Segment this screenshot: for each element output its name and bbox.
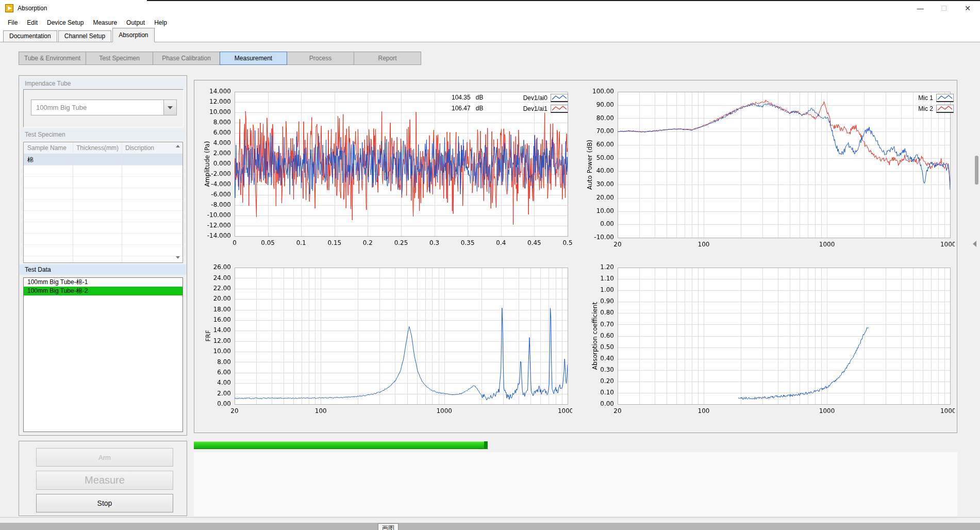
close-button[interactable]: ✕ — [956, 0, 979, 16]
readout-value: 104.35 — [452, 94, 471, 101]
subtab-measurement[interactable]: Measurement — [220, 52, 287, 65]
title-bar: Absorption — ☐ ✕ — [0, 0, 980, 17]
menu-item-file[interactable]: File — [3, 18, 22, 27]
legend-entry-dev1-ai0[interactable]: Dev1/ai0 — [516, 92, 568, 103]
tab-channel-setup[interactable]: Channel Setup — [58, 30, 111, 42]
test-data-section: Test Data — [20, 264, 186, 275]
measure-button[interactable]: Measure — [36, 471, 173, 490]
readout-unit: dB — [476, 105, 484, 112]
sub-tab-bar: Tube & EnvironmentTest SpecimenPhase Cal… — [19, 52, 421, 65]
stop-button[interactable]: Stop — [36, 494, 173, 512]
test-data-list[interactable]: 100mm Big Tube-棉-1100mm Big Tube-棉-2 — [23, 277, 183, 432]
impedance-tube-label: Impendace Tube — [20, 78, 186, 87]
test-specimen-table-header: Sample NameThickness(mm)Discription — [24, 142, 182, 154]
scroll-up-icon[interactable] — [176, 145, 180, 147]
level-readouts: 104.35dB106.47dB — [452, 94, 483, 115]
chevron-left-icon[interactable] — [973, 241, 976, 247]
readout-value: 106.47 — [452, 105, 471, 112]
bottom-partial-tab[interactable]: 画图 — [378, 523, 398, 530]
waveform-icon — [551, 94, 568, 102]
legend-entry-dev1-ai1[interactable]: Dev1/ai1 — [516, 103, 568, 114]
auto-power-chart[interactable] — [582, 82, 955, 247]
auto-power-legend: Mic 1Mic 2 — [901, 92, 954, 114]
maximize-button[interactable]: ☐ — [932, 0, 956, 16]
table-cell — [73, 154, 122, 165]
waveform-icon — [551, 105, 568, 113]
table-row-empty — [24, 177, 182, 188]
subtab-test-specimen[interactable]: Test Specimen — [86, 52, 153, 65]
time-chart-legend: Dev1/ai0Dev1/ai1 — [516, 92, 568, 114]
legend-label: Dev1/ai1 — [516, 105, 547, 112]
window-title: Absorption — [18, 5, 47, 12]
table-row-empty — [24, 234, 182, 245]
column-divider — [122, 142, 122, 262]
arm-button[interactable]: Arm — [36, 448, 173, 467]
test-specimen-label: Test Specimen — [20, 129, 186, 138]
waveform-icon — [936, 105, 954, 113]
column-divider — [73, 142, 73, 262]
column-header-discription[interactable]: Discription — [122, 142, 175, 154]
bottom-divider — [0, 517, 980, 518]
tab-absorption[interactable]: Absorption — [112, 28, 154, 42]
progress-bar-cap — [484, 441, 488, 449]
table-cell — [122, 154, 175, 165]
table-row-empty — [24, 200, 182, 211]
table-row-empty — [24, 222, 182, 234]
absorption-coefficient-chart[interactable] — [582, 259, 955, 414]
level-readout: 106.47dB — [452, 105, 483, 115]
table-row[interactable]: 棉 — [24, 154, 182, 165]
table-row-empty — [24, 256, 182, 263]
list-item[interactable]: 100mm Big Tube-棉-2 — [24, 287, 182, 295]
legend-label: Mic 2 — [901, 105, 933, 112]
legend-label: Dev1/ai0 — [516, 94, 547, 102]
scroll-down-icon[interactable] — [176, 256, 180, 259]
control-buttons-panel: Arm Measure Stop — [19, 441, 187, 516]
play-triangle-icon — [8, 6, 12, 10]
sidebar-panel: Impendace Tube 100mm Big Tube Test Speci… — [19, 75, 187, 436]
table-cell: 棉 — [24, 154, 73, 165]
impedance-tube-section: Impendace Tube — [20, 78, 186, 89]
menu-item-device-setup[interactable]: Device Setup — [42, 18, 88, 27]
table-row-empty — [24, 165, 182, 177]
dropdown-arrow-button[interactable] — [163, 100, 176, 115]
subtab-phase-calibration[interactable]: Phase Calibration — [153, 52, 220, 65]
column-header-thickness-mm[interactable]: Thickness(mm) — [73, 142, 122, 154]
menu-item-help[interactable]: Help — [150, 18, 172, 27]
legend-entry-mic-2[interactable]: Mic 2 — [901, 103, 954, 114]
menu-item-edit[interactable]: Edit — [22, 18, 42, 27]
subtab-tube-environment[interactable]: Tube & Environment — [19, 52, 86, 65]
right-scrollbar-thumb[interactable] — [975, 156, 978, 185]
caret-down-icon — [168, 106, 173, 109]
menu-item-measure[interactable]: Measure — [88, 18, 122, 27]
legend-label: Mic 1 — [901, 94, 933, 102]
impedance-tube-groupbox: 100mm Big Tube — [23, 89, 184, 127]
test-specimen-table-body: 棉 — [24, 154, 182, 263]
menu-bar: FileEditDevice SetupMeasureOutputHelp — [0, 17, 980, 28]
menu-item-output[interactable]: Output — [122, 18, 150, 27]
table-row-empty — [24, 245, 182, 256]
main-tab-bar: DocumentationChannel SetupAbsorption — [0, 28, 980, 42]
tube-select-value: 100mm Big Tube — [31, 104, 163, 111]
legend-entry-mic-1[interactable]: Mic 1 — [901, 92, 954, 103]
subtab-process[interactable]: Process — [287, 52, 354, 65]
table-row-empty — [24, 211, 182, 222]
lower-blank-panel — [194, 452, 957, 516]
top-edge-strip — [147, 0, 980, 1]
test-data-label: Test Data — [20, 264, 186, 273]
waveform-icon — [936, 94, 954, 102]
readout-unit: dB — [476, 94, 484, 101]
tube-select-dropdown[interactable]: 100mm Big Tube — [31, 100, 177, 115]
level-readout: 104.35dB — [452, 94, 483, 105]
column-header-sample-name[interactable]: Sample Name — [24, 142, 73, 154]
tab-documentation[interactable]: Documentation — [3, 30, 57, 42]
test-specimen-section: Test Specimen — [20, 129, 186, 140]
bottom-strip — [0, 523, 980, 530]
minimize-button[interactable]: — — [908, 0, 932, 16]
app-icon — [5, 4, 13, 12]
test-specimen-table[interactable]: Sample NameThickness(mm)Discription 棉 — [23, 142, 183, 263]
frf-chart[interactable] — [199, 259, 572, 414]
subtab-report[interactable]: Report — [354, 52, 421, 65]
table-row-empty — [24, 188, 182, 200]
list-item[interactable]: 100mm Big Tube-棉-1 — [24, 278, 182, 287]
measurement-progress-bar — [194, 441, 488, 449]
